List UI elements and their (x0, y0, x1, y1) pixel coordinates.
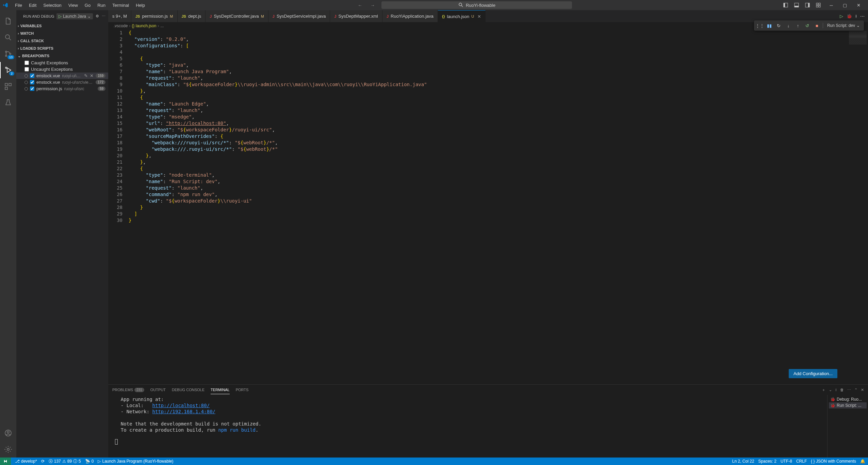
terminal-output[interactable]: App running at: - Local: http://localhos… (108, 395, 827, 458)
menu-edit[interactable]: Edit (26, 3, 39, 8)
layout-primary-icon[interactable] (781, 0, 790, 10)
menu-view[interactable]: View (66, 3, 81, 8)
window-minimize[interactable]: ─ (824, 0, 838, 10)
bp-uncaught-checkbox[interactable] (24, 67, 29, 71)
close-icon[interactable]: ✕ (90, 73, 94, 78)
menu-go[interactable]: Go (82, 3, 93, 8)
layout-custom-icon[interactable] (814, 0, 823, 10)
panel-tab-problems[interactable]: PROBLEMS231 (112, 386, 144, 394)
minimap[interactable] (848, 30, 868, 384)
gear-icon[interactable]: ⚙ (96, 14, 99, 18)
stop-icon[interactable]: ■ (813, 22, 821, 29)
close-panel-icon[interactable]: ✕ (861, 388, 864, 392)
nav-forward-icon[interactable]: → (369, 3, 376, 8)
activity-debug[interactable]: 2 (0, 62, 16, 78)
breakpoint-item[interactable]: permission.jsruoyi-ui\src59 (16, 85, 108, 92)
pause-icon[interactable]: ▮▮ (766, 22, 773, 29)
section-callstack[interactable]: ›CALL STACK (16, 37, 108, 45)
nav-back-icon[interactable]: ← (356, 3, 363, 8)
ports-forwarded[interactable]: 📡 0 (85, 459, 94, 464)
activity-settings[interactable] (0, 441, 16, 458)
step-over-icon[interactable]: ↻ (775, 22, 783, 29)
editor-tab[interactable]: JSysDeptServiceImpl.java (268, 10, 330, 22)
window-maximize[interactable]: ▢ (838, 0, 852, 10)
breakpoint-checkbox[interactable] (30, 80, 34, 84)
menu-terminal[interactable]: Terminal (110, 3, 132, 8)
panel-tab-output[interactable]: OUTPUT (150, 386, 166, 394)
menu-file[interactable]: File (12, 3, 25, 8)
more-icon[interactable]: ⋯ (102, 14, 105, 18)
step-into-icon[interactable]: ↓ (785, 22, 792, 29)
section-watch[interactable]: ›WATCH (16, 30, 108, 37)
command-center[interactable]: RuoYi-flowable (381, 1, 572, 9)
edit-icon[interactable]: ✎ (84, 73, 88, 78)
cursor-position[interactable]: Ln 2, Col 22 (732, 459, 754, 464)
indentation[interactable]: Spaces: 2 (758, 459, 776, 464)
remote-indicator[interactable] (0, 458, 11, 465)
bp-caught-checkbox[interactable] (24, 61, 29, 65)
split-editor-icon[interactable]: ⫲ (855, 14, 857, 19)
git-branch[interactable]: ⎇ develop* (15, 459, 37, 464)
run-icon[interactable]: ▷ (840, 14, 843, 19)
kill-terminal-icon[interactable]: 🗑 (840, 388, 844, 392)
encoding[interactable]: UTF-8 (781, 459, 792, 464)
eol[interactable]: CRLF (796, 459, 807, 464)
editor-tab[interactable]: {}launch.jsonU✕ (438, 10, 486, 22)
problems-errors[interactable]: ⓧ 137 ⚠ 89 ⓘ 5 (49, 459, 81, 464)
editor-tab[interactable]: s 9+, M (108, 10, 131, 22)
editor-tab[interactable]: JSpermission.jsM (131, 10, 178, 22)
new-terminal-icon[interactable]: ＋ (822, 387, 825, 392)
breakpoint-item[interactable]: enstock.vueruoyi-ui\src\vi...✎✕159 (16, 73, 108, 79)
editor-tab[interactable]: JRuoYiApplication.java (382, 10, 438, 22)
command-center-label: RuoYi-flowable (466, 3, 495, 8)
panel-tab-debug-console[interactable]: DEBUG CONSOLE (172, 386, 204, 394)
menu-help[interactable]: Help (133, 3, 148, 8)
activity-extensions[interactable] (0, 78, 16, 95)
section-variables[interactable]: ›VARIABLES (16, 22, 108, 30)
bp-caught-exceptions[interactable]: Caught Exceptions (16, 60, 108, 66)
close-tab-icon[interactable]: ✕ (477, 14, 481, 19)
step-out-icon[interactable]: ↑ (794, 22, 802, 29)
terminal-item[interactable]: 🐞Run Script: ... (829, 402, 867, 408)
bp-uncaught-exceptions[interactable]: Uncaught Exceptions (16, 66, 108, 73)
editor-tab[interactable]: JSdept.js (178, 10, 206, 22)
debug-status[interactable]: ▷ Launch Java Program (RuoYi-flowable) (98, 459, 173, 464)
layout-secondary-icon[interactable] (803, 0, 812, 10)
panel-tab-ports[interactable]: PORTS (236, 386, 249, 394)
window-close[interactable]: ✕ (852, 0, 865, 10)
git-sync[interactable]: ⟳ (41, 459, 45, 464)
debug-icon[interactable]: 🐞 (847, 14, 852, 19)
activity-testing[interactable] (0, 95, 16, 111)
layout-panel-icon[interactable] (792, 0, 801, 10)
maximize-panel-icon[interactable]: ⌃ (854, 388, 857, 392)
notifications-icon[interactable]: 🔔 (860, 459, 865, 464)
code-editor[interactable]: { "version": "0.2.0", "configurations": … (129, 30, 848, 384)
split-terminal-icon[interactable]: ⫲ (835, 388, 837, 392)
panel-tab-terminal[interactable]: TERMINAL (211, 386, 230, 394)
terminal-chevron-icon[interactable]: ⌄ (829, 388, 832, 392)
section-loadedscripts[interactable]: ›LOADED SCRIPTS (16, 45, 108, 52)
activity-explorer[interactable] (0, 13, 16, 29)
activity-search[interactable] (0, 29, 16, 46)
language-mode[interactable]: { } JSON with Comments (811, 459, 856, 464)
breakpoint-checkbox[interactable] (30, 86, 34, 91)
terminal-item[interactable]: 🐞Debug: Ruo... (829, 396, 867, 402)
section-breakpoints[interactable]: ⌄BREAKPOINTS (16, 52, 108, 60)
more-actions-icon[interactable]: ⋯ (860, 14, 865, 19)
restart-icon[interactable]: ↺ (804, 22, 811, 29)
editor-tab[interactable]: JSysDeptController.javaM (206, 10, 268, 22)
debug-session-picker[interactable]: Run Script: dev ⌄ (825, 23, 862, 28)
more-terminal-icon[interactable]: ⋯ (847, 388, 851, 392)
debug-toolbar[interactable]: ⋮⋮ ▮▮ ↻ ↓ ↑ ↺ ■ Run Script: dev ⌄ (754, 20, 864, 31)
activity-account[interactable] (0, 425, 16, 441)
activity-scm[interactable]: 13 (0, 46, 16, 62)
menu-run[interactable]: Run (95, 3, 108, 8)
add-configuration-button[interactable]: Add Configuration... (789, 369, 837, 378)
breakpoint-item[interactable]: enstock.vueruoyi-ui\src\views\home172 (16, 79, 108, 85)
editor-tab[interactable]: JSysDeptMapper.xml (330, 10, 382, 22)
drag-handle-icon[interactable]: ⋮⋮ (756, 22, 764, 29)
svg-line-13 (9, 38, 11, 40)
menu-selection[interactable]: Selection (40, 3, 64, 8)
breakpoint-checkbox[interactable] (30, 74, 34, 78)
launch-config-dropdown[interactable]: ▷ Launch Java ⌄ (56, 13, 93, 19)
